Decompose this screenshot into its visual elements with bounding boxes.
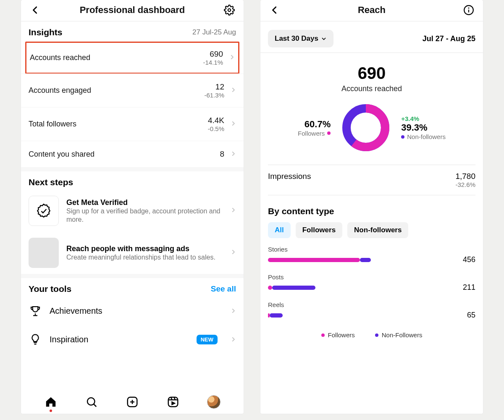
bar-seg-nonfollowers: [272, 286, 315, 290]
tools-title: Your tools: [29, 284, 71, 294]
donut-chart: 60.7% Followers +3.4% 39.3% Non-follower…: [260, 102, 483, 153]
tool-label: Achievements: [50, 306, 223, 316]
row-total-followers[interactable]: Total followers 4.4K -0.5%: [21, 107, 244, 141]
bottom-nav: [21, 388, 244, 414]
content-type-bars: Stories 456 Posts 211 Reels: [260, 246, 483, 329]
bar-stories: Stories 456: [268, 246, 475, 264]
chevron-right-icon: [230, 120, 236, 129]
bar-reels: Reels 65: [268, 301, 475, 320]
back-icon[interactable]: [268, 3, 281, 17]
row-label: Accounts reached: [30, 53, 90, 62]
daterange-label: Last 30 Days: [275, 34, 318, 43]
dot-icon: [321, 333, 325, 337]
row-value: 12: [204, 82, 224, 92]
nav-reels-icon[interactable]: [165, 394, 181, 410]
page-title: Professional dashboard: [80, 5, 185, 16]
new-badge: NEW: [197, 335, 218, 344]
nav-profile-avatar[interactable]: [205, 394, 222, 410]
bar-legend: Followers Non-Followers: [260, 329, 483, 347]
chip-nonfollowers[interactable]: Non-followers: [347, 222, 408, 238]
info-icon[interactable]: [462, 3, 475, 17]
filter-chips: All Followers Non-followers: [260, 222, 483, 246]
dot-icon: [375, 333, 378, 337]
card-meta-verified[interactable]: Get Meta Verified Sign up for a verified…: [21, 190, 244, 232]
followers-pct: 60.7%: [298, 119, 331, 130]
bar-posts: Posts 211: [268, 273, 475, 292]
card-subtitle: Create meaningful relationships that lea…: [66, 253, 223, 262]
row-delta: -14.1%: [203, 59, 223, 66]
row-impressions[interactable]: Impressions 1,780 -32.6%: [260, 165, 483, 195]
bar-value: 456: [452, 255, 475, 264]
row-content-shared[interactable]: Content you shared 8: [21, 141, 244, 167]
nonfollowers-pct: 39.3%: [401, 122, 446, 133]
daterange-button[interactable]: Last 30 Days: [268, 30, 333, 47]
dashboard-screen: Professional dashboard Insights 27 Jul-2…: [21, 0, 244, 414]
back-icon[interactable]: [29, 3, 42, 17]
content-type-header: By content type: [260, 195, 483, 222]
nav-create-icon[interactable]: [124, 394, 141, 410]
bar-value: 211: [452, 283, 475, 292]
nonfollowers-label: Non-followers: [407, 133, 446, 140]
row-label: Total followers: [29, 120, 76, 129]
metric-delta: -32.6%: [455, 181, 475, 188]
dashboard-topbar: Professional dashboard: [21, 0, 244, 21]
insights-header: Insights 27 Jul-25 Aug: [21, 21, 244, 40]
tool-inspiration[interactable]: Inspiration NEW: [21, 325, 244, 354]
row-accounts-engaged[interactable]: Accounts engaged 12 -61.3%: [21, 74, 244, 107]
bar-label: Stories: [268, 246, 475, 253]
section-divider: [21, 274, 244, 278]
accounts-reached-label: Accounts reached: [260, 84, 483, 93]
next-steps-title: Next steps: [29, 177, 73, 187]
bar-seg-nonfollowers: [270, 313, 283, 318]
chevron-right-icon: [230, 86, 236, 95]
row-label: Accounts engaged: [29, 86, 91, 95]
insights-title: Insights: [29, 27, 63, 37]
svg-marker-10: [172, 402, 175, 404]
row-label: Content you shared: [29, 150, 94, 159]
dot-icon: [401, 135, 404, 139]
donut-graphic: [341, 102, 391, 153]
notification-dot: [50, 410, 52, 412]
chevron-right-icon: [230, 207, 236, 215]
lightbulb-icon: [29, 333, 42, 346]
next-steps-header: Next steps: [21, 171, 244, 190]
reach-screen: Reach Last 30 Days Jul 27 - Aug 25 690 A…: [260, 0, 483, 414]
legend-followers: Followers: [328, 331, 355, 339]
chevron-right-icon: [230, 249, 236, 257]
bar-value: 65: [452, 311, 475, 320]
followers-label: Followers: [298, 130, 325, 137]
svg-point-13: [468, 8, 470, 9]
metric-label: Impressions: [268, 172, 311, 188]
tools-header: Your tools See all: [21, 278, 244, 297]
row-value: 4.4K: [208, 116, 224, 125]
chevron-right-icon: [230, 306, 236, 316]
donut-left-label: 60.7% Followers: [298, 119, 331, 137]
row-accounts-reached[interactable]: Accounts reached 690 -14.1%: [25, 42, 239, 74]
card-messaging-ads[interactable]: Reach people with messaging ads Create m…: [21, 232, 244, 274]
chip-followers[interactable]: Followers: [296, 222, 342, 238]
row-value: 690: [203, 50, 223, 59]
dot-icon: [327, 131, 331, 135]
svg-point-0: [228, 9, 231, 12]
donut-right-label: +3.4% 39.3% Non-followers: [401, 115, 446, 140]
nav-search-icon[interactable]: [83, 394, 100, 410]
section-divider: [21, 167, 244, 171]
accounts-reached-value: 690: [260, 64, 483, 83]
chip-all[interactable]: All: [268, 222, 291, 238]
settings-icon[interactable]: [223, 3, 236, 17]
trophy-icon: [29, 304, 42, 318]
bar-seg-followers: [268, 286, 272, 290]
bar-seg-nonfollowers: [360, 258, 370, 262]
legend-nonfollowers: Non-Followers: [382, 331, 423, 339]
chevron-right-icon: [230, 150, 236, 159]
metric-value: 1,780: [455, 172, 475, 181]
nav-home-icon[interactable]: [42, 394, 59, 410]
chevron-right-icon: [229, 53, 235, 62]
tool-achievements[interactable]: Achievements: [21, 297, 244, 325]
see-all-link[interactable]: See all: [211, 284, 236, 294]
bar-seg-followers: [268, 258, 360, 262]
insights-daterange: 27 Jul-25 Aug: [192, 28, 236, 37]
page-title: Reach: [358, 5, 386, 16]
card-subtitle: Sign up for a verified badge, account pr…: [66, 207, 223, 224]
chevron-right-icon: [230, 335, 236, 344]
